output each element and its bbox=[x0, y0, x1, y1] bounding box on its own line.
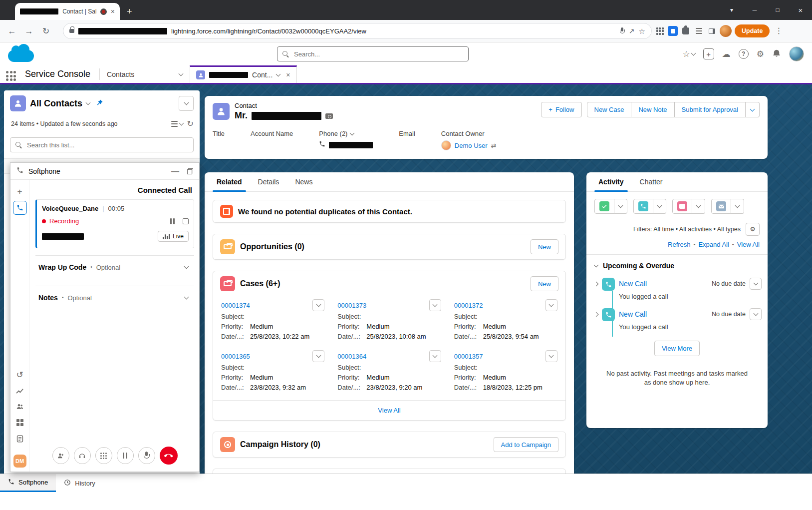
log-a-call-button[interactable] bbox=[633, 199, 666, 214]
add-call-icon[interactable]: + bbox=[13, 185, 27, 199]
pause-recording-icon[interactable] bbox=[170, 218, 175, 224]
cases-title[interactable]: Cases (6+) bbox=[240, 279, 280, 288]
nav-tab-contact-record[interactable]: Cont... × bbox=[190, 65, 296, 83]
reload-icon[interactable]: ↻ bbox=[39, 24, 53, 38]
add-to-campaign-button[interactable]: Add to Campaign bbox=[494, 437, 558, 452]
timeline-item-actions-button[interactable] bbox=[750, 308, 762, 320]
pin-icon[interactable] bbox=[96, 99, 103, 108]
utility-softphone-tab[interactable]: Softphone bbox=[0, 474, 56, 492]
case-number-link[interactable]: 00001365 bbox=[221, 353, 250, 360]
popout-icon[interactable] bbox=[187, 168, 193, 174]
softphone-header[interactable]: Softphone — bbox=[10, 163, 199, 180]
bookmark-star-icon[interactable]: ☆ bbox=[639, 27, 645, 35]
notes-section[interactable]: Notes • Optional bbox=[35, 286, 194, 309]
chevron-down-icon[interactable] bbox=[350, 130, 355, 135]
history-icon[interactable]: ↺ bbox=[13, 368, 27, 382]
list-search-input[interactable] bbox=[26, 141, 188, 149]
view-more-button[interactable]: View More bbox=[654, 341, 700, 356]
window-close-icon[interactable]: × bbox=[789, 6, 812, 14]
photo-icon[interactable] bbox=[325, 113, 333, 119]
expand-chevron-icon[interactable] bbox=[594, 282, 599, 287]
upload-cloud-icon[interactable]: ☁ bbox=[722, 50, 731, 58]
mic-icon[interactable] bbox=[620, 27, 625, 34]
end-call-button[interactable] bbox=[160, 447, 178, 465]
apps-grid-icon[interactable] bbox=[13, 416, 27, 430]
case-number-link[interactable]: 00001357 bbox=[454, 353, 483, 360]
list-view-controls-button[interactable] bbox=[179, 96, 194, 111]
case-actions-button[interactable] bbox=[312, 299, 324, 311]
notifications-bell-icon[interactable] bbox=[772, 48, 781, 59]
case-actions-button[interactable] bbox=[545, 299, 557, 311]
tab-activity[interactable]: Activity bbox=[590, 172, 632, 191]
back-icon[interactable]: ← bbox=[5, 24, 19, 38]
app-launcher-icon[interactable] bbox=[6, 71, 16, 83]
tab-related[interactable]: Related bbox=[209, 172, 250, 191]
new-opportunity-button[interactable]: New bbox=[531, 239, 558, 254]
expand-all-link[interactable]: Expand All bbox=[698, 241, 729, 248]
favorites-star-icon[interactable]: ☆ bbox=[683, 50, 690, 58]
timeline-item-link[interactable]: New Call bbox=[619, 310, 647, 318]
campaign-title[interactable]: Campaign History (0) bbox=[240, 440, 320, 449]
side-panel-icon[interactable] bbox=[707, 26, 717, 36]
tab-search-icon[interactable]: ▾ bbox=[720, 7, 743, 13]
cases-view-all-link[interactable]: View All bbox=[378, 407, 400, 414]
new-event-button[interactable] bbox=[672, 199, 705, 214]
new-note-button[interactable]: New Note bbox=[631, 102, 674, 117]
help-icon[interactable]: ? bbox=[739, 49, 749, 59]
more-actions-button[interactable] bbox=[746, 102, 760, 117]
timeline-item-link[interactable]: New Call bbox=[619, 280, 647, 288]
window-maximize-icon[interactable]: □ bbox=[766, 7, 789, 13]
kebab-menu-icon[interactable]: ⋮ bbox=[773, 27, 785, 35]
tab-details[interactable]: Details bbox=[250, 172, 287, 191]
new-tab-button[interactable]: + bbox=[127, 7, 132, 16]
minimize-icon[interactable]: — bbox=[171, 167, 179, 175]
case-number-link[interactable]: 00001374 bbox=[221, 302, 250, 309]
browser-update-button[interactable]: Update bbox=[735, 24, 770, 37]
chevron-down-icon[interactable] bbox=[179, 71, 184, 76]
display-settings-button[interactable] bbox=[171, 116, 183, 131]
tab-chatter[interactable]: Chatter bbox=[632, 172, 671, 191]
case-actions-button[interactable] bbox=[429, 299, 441, 311]
case-number-link[interactable]: 00001372 bbox=[454, 302, 483, 309]
close-tab-icon[interactable]: × bbox=[286, 71, 290, 78]
extensions-puzzle-icon[interactable] bbox=[681, 26, 691, 36]
extension-icon[interactable] bbox=[694, 26, 704, 36]
close-tab-icon[interactable]: × bbox=[111, 8, 115, 15]
browser-profile-avatar[interactable] bbox=[720, 25, 732, 37]
agent-avatar[interactable]: DM bbox=[13, 455, 26, 468]
upcoming-overdue-section[interactable]: Upcoming & Overdue bbox=[586, 255, 768, 272]
refresh-icon[interactable]: ↻ bbox=[187, 120, 194, 128]
notes-icon[interactable] bbox=[13, 432, 27, 446]
new-case-button[interactable]: New bbox=[531, 276, 558, 291]
live-badge[interactable]: Live bbox=[158, 231, 189, 242]
metrics-chart-icon[interactable] bbox=[13, 384, 27, 398]
new-task-button[interactable] bbox=[594, 199, 627, 214]
case-number-link[interactable]: 00001373 bbox=[337, 302, 366, 309]
extension-icon[interactable] bbox=[668, 26, 678, 36]
stop-recording-icon[interactable] bbox=[183, 218, 189, 224]
chevron-down-icon[interactable] bbox=[86, 100, 91, 105]
new-case-button[interactable]: New Case bbox=[587, 102, 632, 117]
submit-for-approval-button[interactable]: Submit for Approval bbox=[675, 102, 746, 117]
window-minimize-icon[interactable]: ─ bbox=[743, 7, 766, 13]
active-call-phone-icon[interactable] bbox=[13, 201, 27, 215]
list-search-box[interactable] bbox=[10, 137, 194, 152]
view-all-link[interactable]: View All bbox=[737, 241, 760, 248]
agent-headset-icon[interactable] bbox=[74, 447, 91, 464]
global-search[interactable] bbox=[277, 46, 469, 61]
setup-gear-icon[interactable]: ⚙ bbox=[757, 50, 764, 58]
nav-tab-contacts[interactable]: Contacts bbox=[100, 65, 190, 83]
chevron-down-icon[interactable] bbox=[276, 72, 281, 77]
refresh-link[interactable]: Refresh bbox=[668, 241, 691, 248]
case-actions-button[interactable] bbox=[312, 350, 324, 362]
owner-link[interactable]: Demo User bbox=[455, 142, 488, 149]
wrap-up-code-section[interactable]: Wrap Up Code • Optional bbox=[35, 255, 194, 279]
user-avatar[interactable] bbox=[789, 46, 804, 61]
extension-icon[interactable] bbox=[655, 26, 665, 36]
contacts-people-icon[interactable] bbox=[13, 400, 27, 414]
case-number-link[interactable]: 00001364 bbox=[337, 353, 366, 360]
activity-settings-gear-icon[interactable]: ⚙ bbox=[746, 223, 760, 236]
add-participant-icon[interactable] bbox=[52, 447, 69, 464]
expand-chevron-icon[interactable] bbox=[594, 312, 599, 317]
change-owner-icon[interactable]: ⇄ bbox=[491, 142, 497, 149]
